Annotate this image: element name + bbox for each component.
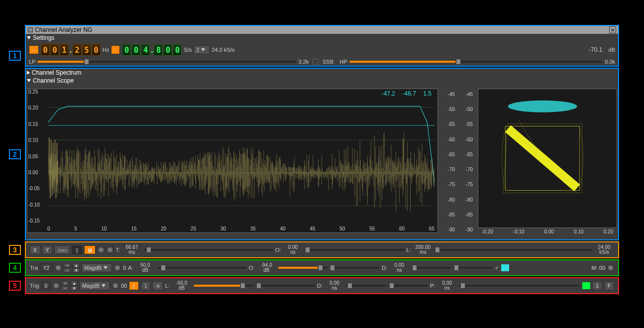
memory-label: M: 00 (591, 265, 605, 271)
ssb-label: SSB (322, 59, 333, 65)
length-slider[interactable] (435, 249, 592, 251)
trig-knob[interactable] (112, 282, 119, 289)
trace-offset-coarse[interactable] (278, 267, 328, 269)
xy-x-axis: -0.20-0.100.00 0.100.20 (478, 228, 617, 235)
power-toggle[interactable]: — (29, 45, 39, 54)
spectrum-header[interactable]: Channel Spectrum (26, 69, 618, 77)
section-label-2: 2 (9, 149, 21, 159)
db-scale-2: -45-50-55 -60-65-70 -75-80-85 -90 (460, 89, 474, 235)
section-label-3: 3 (9, 245, 21, 255)
trace-visible-check[interactable]: ✓ (495, 265, 499, 271)
trace-y2-button[interactable]: Y2 (40, 263, 53, 272)
length-value: 200.00ms (413, 245, 433, 255)
trace-offset-value: -94.0dB (256, 263, 276, 273)
rate-display[interactable]: 0 0 4 . 8 0 0 (122, 44, 182, 56)
trig-pre-label: P: (430, 283, 435, 289)
trig-label: Trig (30, 283, 39, 289)
display-mode-3[interactable]: ▦ (84, 245, 96, 254)
trace-delay-value: 0.00ns (389, 263, 409, 273)
xy-plot[interactable] (478, 89, 617, 228)
lp-value: 3.2k (298, 59, 309, 65)
settings-header[interactable]: Settings (26, 34, 618, 42)
offset-value: 0.00ns (283, 245, 303, 255)
trig-free-button[interactable]: F (604, 281, 614, 290)
length-label: L: (407, 247, 411, 253)
trace-mode-select[interactable]: MagdB (82, 263, 112, 272)
trig-move[interactable]: ▲▼ (71, 281, 78, 291)
window-title: Channel Analyzer NG (35, 26, 92, 33)
time-slider[interactable] (144, 249, 273, 251)
hp-value: 0.0k (605, 59, 615, 65)
trig-delay-fine[interactable] (388, 285, 428, 287)
section-label-1: 1 (9, 51, 21, 61)
trig-mode-select[interactable]: MagdB (80, 281, 110, 290)
memory-knob[interactable] (607, 264, 614, 271)
trace-delay-coarse[interactable] (411, 267, 451, 269)
amp-label: A: (128, 265, 133, 271)
freq-unit: Hz (103, 47, 109, 53)
x-button[interactable]: X (30, 245, 40, 254)
trig-select-knob[interactable] (53, 282, 60, 289)
scope-overlay: -47.2 -48.7 1.5 (382, 90, 431, 97)
offset-label: O: (275, 247, 281, 253)
display-mode-2[interactable]: ▯ (72, 245, 82, 254)
x-axis: 0510 152025 303540 455055 6065 (47, 226, 434, 231)
amp-slider[interactable] (157, 267, 247, 269)
frequency-display[interactable]: 0 0 1 . 2 5 0 (41, 44, 101, 56)
time-label: T: (115, 247, 120, 253)
trig-level-coarse[interactable] (194, 285, 253, 287)
power-unit: dB (609, 47, 615, 53)
offset-slider[interactable] (305, 249, 405, 251)
edge-both-icon[interactable]: ⤮ (152, 281, 163, 290)
db-scale-1: -45-50-55 -60-65-70 -75-80-85 -90 (442, 89, 456, 235)
rate-unit: S/s (184, 47, 192, 53)
edge-falling-icon[interactable]: ⤵ (141, 281, 150, 290)
intensity-knob-2[interactable] (107, 246, 113, 253)
trig-one-button[interactable]: 1 (592, 281, 602, 290)
sample-rate: 24.00kS/s (594, 245, 614, 255)
power-value: -70.1 (589, 46, 602, 53)
y-axis: 0.250.200.15 0.100.050.00 -0.05-0.10-0.1… (28, 89, 44, 223)
ssb-checkbox[interactable] (313, 59, 319, 65)
svg-line-7 (508, 128, 577, 188)
hp-label: HP (339, 59, 347, 65)
trace-move[interactable]: ▲▼ (73, 263, 80, 273)
decimation-select[interactable]: 2 (194, 45, 210, 54)
trace-offset-label: O: (249, 265, 255, 271)
trig-add-remove[interactable]: +− (62, 281, 69, 291)
trace-select-knob[interactable] (55, 264, 62, 271)
trig-index-button[interactable]: 0 (41, 281, 51, 290)
trig-pre-value: 0.00ns (437, 281, 457, 291)
trace-offset-fine[interactable] (330, 267, 380, 269)
edge-rising-icon[interactable]: ƒ (129, 281, 139, 290)
waveform-plot[interactable]: 0.250.200.15 0.100.050.00 -0.05-0.10-0.1… (27, 89, 438, 233)
actual-rate: 24.0 kS/s (212, 47, 234, 53)
y-button[interactable]: Y (42, 245, 53, 254)
section-label-5: 5 (9, 281, 21, 291)
section-label-4: 4 (9, 263, 21, 273)
scope-header[interactable]: Channel Scope (26, 77, 618, 85)
close-icon[interactable]: ✕ (609, 26, 616, 33)
trace-index: 0 (123, 265, 126, 271)
trace-add-remove[interactable]: +− (64, 263, 71, 273)
display-mode-1[interactable]: ▭▭ (54, 245, 70, 254)
trig-pre-slider[interactable] (459, 285, 580, 287)
trace-label: Tra (30, 265, 38, 271)
trace-delay-fine[interactable] (453, 267, 493, 269)
rate-lock-toggle[interactable]: ↓ (111, 45, 120, 54)
trace-knob[interactable] (114, 264, 121, 271)
trig-delay-label: D: (317, 283, 322, 289)
hp-slider[interactable] (349, 61, 603, 63)
trig-delay-coarse[interactable] (346, 285, 386, 287)
lp-label: LP (29, 59, 35, 65)
intensity-knob-1[interactable] (98, 246, 105, 253)
trig-color-swatch[interactable] (582, 282, 590, 289)
trace-delay-label: D: (382, 265, 387, 271)
time-value: 66.67ms (122, 245, 142, 255)
amp-value: 50.0dB (135, 263, 155, 273)
lp-slider[interactable] (37, 61, 296, 63)
trace-color-swatch[interactable] (501, 264, 509, 271)
trig-level-fine[interactable] (255, 285, 315, 287)
trig-count: 00 (121, 283, 127, 289)
svg-point-6 (508, 101, 577, 112)
